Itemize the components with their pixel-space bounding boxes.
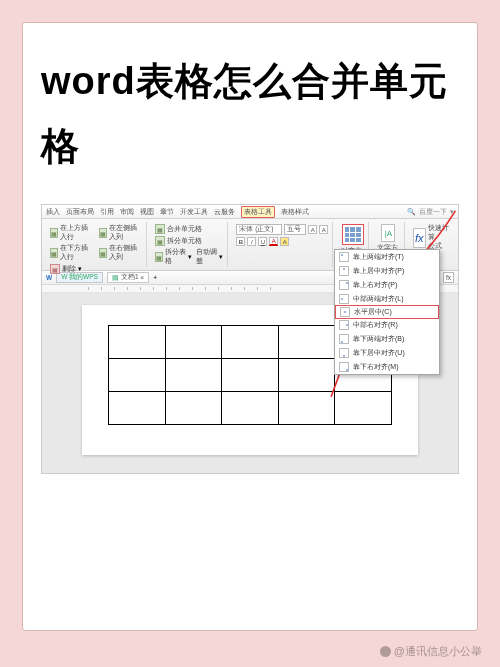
align-top-right[interactable]: 靠上右对齐(P) [335, 278, 439, 292]
tab-chapter[interactable]: 章节 [160, 207, 174, 217]
insert-col-right-icon[interactable]: ▦ [99, 248, 107, 258]
insert-col-right-button[interactable]: 在右侧插入列 [109, 244, 142, 262]
delete-icon[interactable]: ▦ [50, 264, 60, 274]
quick-calc-button[interactable]: 快速计算 [428, 224, 450, 242]
merge-cells-icon[interactable]: ▦ [155, 224, 165, 234]
group-merge: ▦合并单元格 ▦拆分单元格 ▦拆分表格▾ 自动调整▾ [151, 222, 228, 267]
align-middle-left[interactable]: 中部两端对齐(L) [335, 292, 439, 306]
ribbon-body: ▦在上方插入行 ▦在左侧插入列 ▦在下方插入行 ▦在右侧插入列 ▦删除▾ ▦合并… [42, 219, 458, 271]
align-center[interactable]: 水平居中(C) [335, 305, 439, 319]
group-rows-cols: ▦在上方插入行 ▦在左侧插入列 ▦在下方插入行 ▦在右侧插入列 ▦删除▾ [46, 222, 147, 267]
baidu-search[interactable]: 百度一下 [419, 207, 447, 217]
doc-icon: ▤ [112, 274, 119, 282]
tab-insert[interactable]: 插入 [46, 207, 60, 217]
tab-table-tools[interactable]: 表格工具 [241, 206, 275, 218]
highlight-button[interactable]: A [280, 237, 289, 246]
align-bottom-center[interactable]: 靠下居中对齐(U) [335, 346, 439, 360]
delete-button[interactable]: 删除 [62, 265, 76, 274]
insert-row-above-button[interactable]: 在上方插入行 [60, 224, 93, 242]
ribbon-tabbar: 插入 页面布局 引用 审阅 视图 章节 开发工具 云服务 表格工具 表格样式 🔍… [42, 205, 458, 219]
merge-cells-button[interactable]: 合并单元格 [167, 225, 202, 234]
new-tab-button[interactable]: + [153, 274, 157, 281]
insert-col-left-icon[interactable]: ▦ [99, 228, 107, 238]
formula-bar[interactable]: fx [443, 272, 454, 283]
page-title: word表格怎么合并单元格 [41, 49, 459, 178]
insert-row-above-icon[interactable]: ▦ [50, 228, 58, 238]
bold-button[interactable]: B [236, 237, 245, 246]
search-icon[interactable]: 🔍 [407, 208, 416, 216]
align-top-center[interactable]: 靠上居中对齐(P) [335, 264, 439, 278]
watermark: @通讯信息小公举 [380, 644, 482, 659]
weibo-icon [380, 646, 391, 657]
chevron-down-icon[interactable]: ▾ [450, 208, 454, 216]
split-cells-icon[interactable]: ▦ [155, 236, 165, 246]
tab-review[interactable]: 审阅 [120, 207, 134, 217]
split-table-icon[interactable]: ▦ [155, 252, 163, 262]
italic-button[interactable]: I [247, 237, 256, 246]
group-font: 宋体 (正文) 五号 A A B I U A A [232, 222, 333, 267]
tab-cloud[interactable]: 云服务 [214, 207, 235, 217]
font-name-select[interactable]: 宋体 (正文) [236, 224, 282, 235]
formula-icon[interactable]: fx [413, 228, 426, 248]
align-top-left[interactable]: 靠上两端对齐(T) [335, 250, 439, 264]
alignment-button[interactable] [342, 224, 364, 245]
text-direction-button[interactable]: |A [381, 224, 395, 242]
decrease-font-icon[interactable]: A [319, 225, 328, 234]
tab-view[interactable]: 视图 [140, 207, 154, 217]
insert-row-below-icon[interactable]: ▦ [50, 248, 58, 258]
alignment-dropdown: 靠上两端对齐(T) 靠上居中对齐(P) 靠上右对齐(P) 中部两端对齐(L) 水… [334, 249, 440, 375]
insert-col-left-button[interactable]: 在左侧插入列 [109, 224, 142, 242]
auto-fit-button[interactable]: 自动调整 [196, 248, 217, 266]
close-tab-icon[interactable]: × [140, 274, 144, 281]
align-middle-right[interactable]: 中部右对齐(R) [335, 318, 439, 332]
tab-table-style[interactable]: 表格样式 [281, 207, 309, 217]
tab-developer[interactable]: 开发工具 [180, 207, 208, 217]
split-table-button[interactable]: 拆分表格 [165, 248, 186, 266]
font-color-button[interactable]: A [269, 237, 278, 246]
underline-button[interactable]: U [258, 237, 267, 246]
align-bottom-left[interactable]: 靠下两端对齐(B) [335, 332, 439, 346]
align-bottom-right[interactable]: 靠下右对齐(M) [335, 360, 439, 374]
insert-row-below-button[interactable]: 在下方插入行 [60, 244, 93, 262]
tab-references[interactable]: 引用 [100, 207, 114, 217]
wps-logo-icon: W [46, 274, 52, 281]
app-screenshot: 插入 页面布局 引用 审阅 视图 章节 开发工具 云服务 表格工具 表格样式 🔍… [41, 204, 459, 474]
font-size-select[interactable]: 五号 [284, 224, 306, 235]
split-cells-button[interactable]: 拆分单元格 [167, 237, 202, 246]
increase-font-icon[interactable]: A [308, 225, 317, 234]
tab-page-layout[interactable]: 页面布局 [66, 207, 94, 217]
